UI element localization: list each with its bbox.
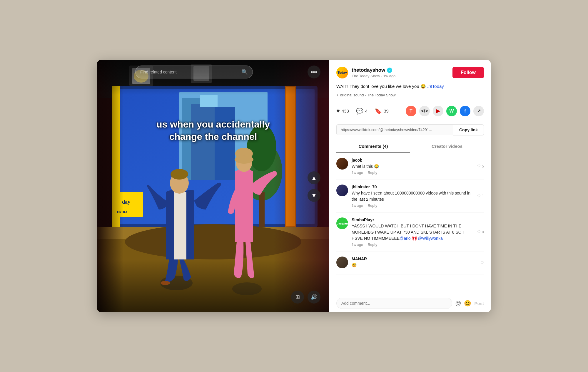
comment-meta: 1w ago Reply <box>352 171 474 175</box>
comment-body: SimbaPlayz YASSS I WOULD WATCH BUT I DON… <box>352 217 474 247</box>
bookmarks-count: 39 <box>384 108 389 113</box>
panel-header: Today thetodayshow ✓ The Today Show · 1w… <box>329 60 491 153</box>
comment-action[interactable]: 💬 4 <box>356 108 368 115</box>
tabs-row: Comments (4) Creator videos <box>336 140 484 153</box>
share-pin-button[interactable]: ▶ <box>433 106 443 116</box>
comment-text: What is this 😂 <box>352 163 474 170</box>
arrow-down-icon: ▼ <box>311 192 317 199</box>
bookmark-action[interactable]: 🔖 39 <box>375 108 389 115</box>
comments-area: jacob What is this 😂 1w ago Reply ♡ 5 jb… <box>329 153 491 294</box>
comments-count: 4 <box>365 108 368 113</box>
comment-avatar <box>336 158 348 170</box>
svg-point-32 <box>161 281 170 285</box>
grid-button[interactable]: ⊞ <box>291 291 304 304</box>
creator-name-row: thetodayshow ✓ <box>352 67 449 73</box>
creator-info: thetodayshow ✓ The Today Show · 1w ago <box>352 67 449 78</box>
more-button[interactable]: ••• <box>308 66 320 78</box>
comment-meta: 1w ago Reply <box>352 204 474 208</box>
comment-username: SimbaPlayz <box>352 217 474 222</box>
video-scene: day EXTRA <box>97 60 329 312</box>
copy-link-button[interactable]: Copy link <box>453 124 484 135</box>
right-panel: Today thetodayshow ✓ The Today Show · 1w… <box>329 60 491 312</box>
comment-time: 1w ago <box>352 204 363 208</box>
comment-like-button[interactable]: ♡ 1 <box>477 185 484 208</box>
comment-like-button[interactable]: ♡ 5 <box>477 158 484 175</box>
grid-icon: ⊞ <box>295 294 300 300</box>
like-icon: ♡ <box>477 194 481 198</box>
tab-creator-videos[interactable]: Creator videos <box>410 140 484 153</box>
actions-row: ♥ 433 💬 4 🔖 39 T </> ▶ W f ↗ <box>336 102 484 120</box>
svg-point-36 <box>232 282 262 295</box>
caption-text: WAIT! They dont love you like we love yo… <box>336 84 427 89</box>
nav-up-button[interactable]: ▲ <box>308 171 320 184</box>
comment-avatar <box>336 185 348 196</box>
svg-point-39 <box>235 155 253 164</box>
svg-point-35 <box>171 169 188 180</box>
like-count: 0 <box>482 230 484 234</box>
svg-rect-14 <box>200 95 218 107</box>
follow-button[interactable]: Follow <box>452 67 484 78</box>
creator-row: Today thetodayshow ✓ The Today Show · 1w… <box>336 67 484 78</box>
emoji-icon[interactable]: 😊 <box>464 300 471 307</box>
comment-username: jblinkster_70 <box>352 185 474 189</box>
video-panel: day EXTRA <box>97 60 329 312</box>
caption-hashtag[interactable]: #9Today <box>427 84 444 89</box>
comment-body: jacob What is this 😂 1w ago Reply <box>352 158 474 175</box>
share-facebook-button[interactable]: f <box>460 106 470 116</box>
tab-comments[interactable]: Comments (4) <box>336 140 410 153</box>
comment-body: jblinkster_70 Why have I seen about 1000… <box>352 185 474 208</box>
like-icon: ♡ <box>477 230 481 234</box>
share-icons: T </> ▶ W f ↗ <box>406 106 484 116</box>
comment-input[interactable] <box>336 298 452 309</box>
comment-input-row: @ 😊 Post <box>329 294 491 312</box>
share-embed-button[interactable]: </> <box>419 106 430 116</box>
sound-button[interactable]: 🔊 <box>308 291 320 304</box>
share-tt-button[interactable]: T <box>406 106 416 116</box>
sound-name: original sound - The Today Show <box>340 93 396 97</box>
video-overlay-text: us when you accidentally change the chan… <box>97 118 329 143</box>
nav-down-button[interactable]: ▼ <box>308 189 320 202</box>
main-container: day EXTRA <box>97 60 491 312</box>
comment-username: jacob <box>352 158 474 162</box>
heart-icon: ♥ <box>336 108 340 114</box>
svg-rect-17 <box>259 192 265 227</box>
sound-row: ♪ original sound - The Today Show <box>336 93 484 97</box>
like-icon: ♡ <box>480 261 484 265</box>
verified-badge: ✓ <box>387 68 392 73</box>
comment-meta: 1w ago Reply <box>352 243 474 247</box>
comment-time: 1w ago <box>352 243 363 247</box>
comment-item: panpan SimbaPlayz YASSS I WOULD WATCH BU… <box>336 213 484 252</box>
bottom-controls: ⊞ 🔊 <box>291 291 320 304</box>
comment-text: 😅 <box>352 262 477 268</box>
comment-username: MANAR <box>352 257 477 261</box>
comment-time: 1w ago <box>352 171 363 175</box>
likes-count: 433 <box>342 108 349 113</box>
comment-avatar <box>336 257 348 268</box>
arrow-up-icon: ▲ <box>311 175 317 181</box>
creator-subtitle: The Today Show · 1w ago <box>352 74 449 78</box>
comment-text: YASSS I WOULD WATCH BUT I DONT HAVE TIME… <box>352 223 474 242</box>
post-caption: WAIT! They dont love you like we love yo… <box>336 83 484 90</box>
search-placeholder: Find related content <box>140 70 239 74</box>
sound-icon: 🔊 <box>311 294 317 300</box>
comment-avatar: panpan <box>336 217 348 229</box>
post-button[interactable]: Post <box>474 301 484 306</box>
like-action[interactable]: ♥ 433 <box>336 108 349 114</box>
bookmark-icon: 🔖 <box>375 108 382 115</box>
comment-like-button[interactable]: ♡ <box>480 257 484 269</box>
music-icon: ♪ <box>336 93 338 97</box>
reply-button[interactable]: Reply <box>368 243 377 247</box>
share-forward-button[interactable]: ↗ <box>473 106 484 116</box>
at-icon[interactable]: @ <box>455 300 461 307</box>
search-icon: 🔍 <box>241 69 248 75</box>
creator-avatar: Today <box>336 67 348 78</box>
search-bar[interactable]: Find related content 🔍 <box>135 66 253 78</box>
reply-button[interactable]: Reply <box>368 171 377 175</box>
reply-button[interactable]: Reply <box>368 204 377 208</box>
link-row: https://www.tiktok.com/@thetodayshow/vid… <box>336 124 484 135</box>
comment-icon: 💬 <box>356 108 363 115</box>
creator-username: thetodayshow <box>352 67 385 73</box>
comment-body: MANAR 😅 <box>352 257 477 269</box>
share-whatsapp-button[interactable]: W <box>446 106 457 116</box>
comment-like-button[interactable]: ♡ 0 <box>477 217 484 247</box>
